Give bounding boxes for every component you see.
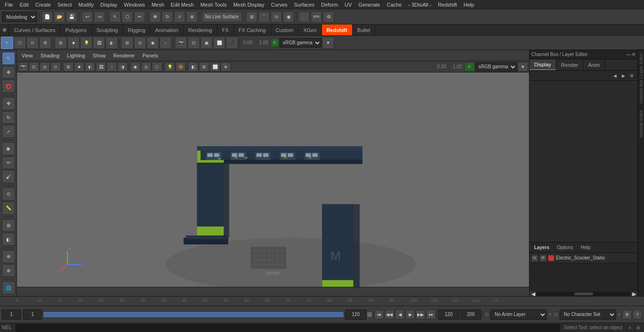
grid-btn[interactable]: ⊞ xyxy=(121,37,133,49)
display-shad-btn[interactable]: ◐ xyxy=(106,37,118,49)
menu-file[interactable]: File xyxy=(2,1,16,8)
rp-prev-icon[interactable]: ◀ xyxy=(611,72,619,80)
bottom-settings-btn[interactable]: ⚙ xyxy=(622,310,632,319)
vp-xray-btn[interactable]: ◉ xyxy=(130,62,140,72)
select-mode-btn[interactable]: ↖ xyxy=(1,37,13,49)
vp-tex-btn[interactable]: 🖼 xyxy=(96,62,106,72)
frame-end-input[interactable] xyxy=(345,309,366,320)
goto-start-btn[interactable]: ⏮ xyxy=(374,310,384,319)
playback-end-input[interactable] xyxy=(438,309,459,320)
menu-help[interactable]: Help xyxy=(461,1,477,8)
cam-persp-btn[interactable]: 📷 xyxy=(175,37,187,49)
save-file-btn[interactable]: 💾 xyxy=(66,11,77,23)
lighting-menu[interactable]: Lighting xyxy=(64,52,88,59)
menu-mesh-tools[interactable]: Mesh Tools xyxy=(198,1,229,8)
rp-tab-anim[interactable]: Anim xyxy=(583,59,605,70)
soft-mod-btn[interactable]: ◉ xyxy=(2,142,15,155)
menu-generate[interactable]: Generate xyxy=(355,1,383,8)
anim-layer-color[interactable] xyxy=(484,312,489,317)
snap-grid-btn[interactable]: ⊞ xyxy=(246,11,257,23)
rp-next-icon[interactable]: ▶ xyxy=(619,72,627,80)
vp-solid-shad-btn[interactable]: ◐ xyxy=(85,62,95,72)
display-solid-btn[interactable]: ■ xyxy=(67,37,80,49)
goto-end-btn[interactable]: ⏭ xyxy=(426,310,436,319)
paint-select-left-btn[interactable]: ✥ xyxy=(2,66,15,79)
layer-row-1[interactable]: V P Electric_Scooter_Statio xyxy=(529,253,637,263)
resolution-btn[interactable]: ▣ xyxy=(200,37,213,49)
custom2-btn[interactable]: ⊗ xyxy=(2,264,15,277)
rp-close-btn[interactable]: ✕ xyxy=(632,52,636,57)
vp-light2-btn[interactable]: 🔆 xyxy=(175,62,186,72)
vp-more1-btn[interactable]: ⊙ xyxy=(50,62,61,72)
vp-pivot-btn[interactable]: ⊕ xyxy=(221,62,231,72)
playback-range-handle[interactable] xyxy=(367,312,372,317)
lasso-tool-btn[interactable]: ⬡ xyxy=(122,11,133,23)
snap-curve-btn[interactable]: ⌒ xyxy=(258,11,270,23)
display-light-btn[interactable]: 💡 xyxy=(80,37,92,49)
tab-settings-btn[interactable]: ⚙ xyxy=(0,24,9,35)
ipr-btn[interactable]: IPR xyxy=(311,11,322,23)
tab-curves-surfaces[interactable]: Curves / Surfaces xyxy=(9,24,60,35)
mel-input[interactable] xyxy=(16,324,560,332)
color-space-dropdown-btn[interactable]: ▼ xyxy=(322,37,334,49)
rp-settings-icon[interactable]: ⚙ xyxy=(628,72,636,80)
menu-mesh[interactable]: Mesh xyxy=(149,1,167,8)
render-settings-btn[interactable]: ⚙ xyxy=(323,11,334,23)
menu-display[interactable]: Display xyxy=(98,1,120,8)
vp-normals-btn[interactable]: ↑ xyxy=(107,62,117,72)
color-space-select[interactable]: sRGB gamma xyxy=(280,38,322,48)
tab-rendering[interactable]: Rendering xyxy=(183,24,217,35)
menu-edit-mesh[interactable]: Edit Mesh xyxy=(168,1,197,8)
cam-ortho-btn[interactable]: ⊡ xyxy=(188,37,200,49)
tab-xgen[interactable]: XGen xyxy=(298,24,322,35)
live-surface-btn[interactable]: No Live Surface xyxy=(202,12,242,22)
panels-menu[interactable]: Panels xyxy=(140,52,161,59)
paint-select-btn[interactable]: ✏ xyxy=(134,11,145,23)
vp-hud-btn[interactable]: ◧ xyxy=(188,62,198,72)
render-btn[interactable]: 🎥 xyxy=(298,11,310,23)
vp-deform-btn[interactable]: ⬜ xyxy=(210,62,220,72)
show-menu[interactable]: Show xyxy=(90,52,109,59)
redo-btn[interactable]: ↪ xyxy=(94,11,105,23)
show-grid-left-btn[interactable]: ⊞ xyxy=(2,219,15,232)
snap-surface-btn[interactable]: ◉ xyxy=(283,11,294,23)
lasso-left-btn[interactable]: ⭕ xyxy=(2,80,15,93)
vp-grid-btn[interactable]: ⊞ xyxy=(199,62,209,72)
renderer-menu[interactable]: Renderer xyxy=(110,52,138,59)
tab-fx-caching[interactable]: FX Caching xyxy=(234,24,271,35)
char-set-color[interactable] xyxy=(553,312,559,317)
open-file-btn[interactable]: 📂 xyxy=(54,11,65,23)
tab-polygons[interactable]: Polygons xyxy=(60,24,91,35)
ae-side-label[interactable]: Attribute Editor xyxy=(638,107,644,141)
menu-edit[interactable]: Edit xyxy=(17,1,32,8)
object-mode-btn[interactable]: ⬡ xyxy=(14,37,26,49)
normals-btn[interactable]: ↑ xyxy=(159,37,172,49)
rp-tab-display[interactable]: Display xyxy=(529,59,556,70)
menu-mesh-display[interactable]: Mesh Display xyxy=(231,1,267,8)
tab-custom[interactable]: Custom xyxy=(271,24,299,35)
menu-uv[interactable]: UV xyxy=(342,1,355,8)
vp-backface-btn[interactable]: ◎ xyxy=(141,62,151,72)
move-tool-btn[interactable]: ✥ xyxy=(149,11,161,23)
tab-sculpting[interactable]: Sculpting xyxy=(92,24,123,35)
display-wireframe-btn[interactable]: ⊞ xyxy=(55,37,67,49)
tab-fx[interactable]: FX xyxy=(217,24,234,35)
rp-tab-render[interactable]: Render xyxy=(556,59,583,70)
tool-settings-btn[interactable]: ⚙ xyxy=(39,37,51,49)
vp-color-btn[interactable]: C xyxy=(464,62,475,72)
step-back-btn[interactable]: ◀◀ xyxy=(385,310,394,319)
menu-surfaces[interactable]: Surfaces xyxy=(291,1,317,8)
vp-cam-persp-btn[interactable]: ⊡ xyxy=(29,62,39,72)
vp-wireframe-btn[interactable]: ⊞ xyxy=(63,62,74,72)
paint-btn[interactable]: 🖌 xyxy=(2,170,15,183)
select-tool-btn[interactable]: ↖ xyxy=(109,11,121,23)
color-space-btn[interactable]: C xyxy=(271,39,279,47)
gate-btn[interactable]: ⬜ xyxy=(213,37,225,49)
snap-left-btn[interactable]: ⊙ xyxy=(2,187,15,201)
layers-tab[interactable]: Layers xyxy=(531,244,552,251)
menu-modify[interactable]: Modify xyxy=(75,1,96,8)
rp-minimize-btn[interactable]: — xyxy=(626,52,631,57)
current-frame-input[interactable] xyxy=(2,309,21,320)
vp-color-space-select[interactable]: sRGB gamma xyxy=(475,62,517,72)
mel-settings-btn[interactable]: ⊞ xyxy=(635,324,642,332)
